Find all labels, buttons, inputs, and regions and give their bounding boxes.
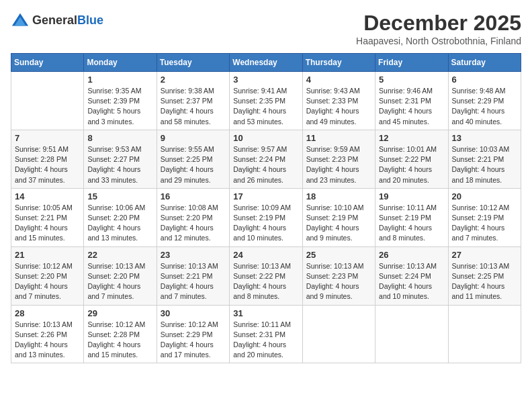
day-info: Sunrise: 10:09 AMSunset: 2:19 PMDaylight… <box>233 203 298 244</box>
calendar-week-row: 14Sunrise: 10:05 AMSunset: 2:21 PMDaylig… <box>11 188 521 246</box>
day-info: Sunrise: 10:13 AMSunset: 2:25 PMDaylight… <box>452 261 517 302</box>
calendar-cell: 5Sunrise: 9:46 AMSunset: 2:31 PMDaylight… <box>375 72 448 130</box>
calendar-cell: 24Sunrise: 10:13 AMSunset: 2:22 PMDaylig… <box>230 246 302 305</box>
day-number: 28 <box>15 308 80 318</box>
logo-text-blue: Blue <box>77 13 103 27</box>
calendar-cell: 30Sunrise: 10:12 AMSunset: 2:29 PMDaylig… <box>157 305 229 363</box>
calendar-cell: 15Sunrise: 10:06 AMSunset: 2:20 PMDaylig… <box>84 188 157 246</box>
calendar-cell <box>11 72 84 130</box>
day-of-week-header: Wednesday <box>230 54 302 72</box>
calendar-cell: 18Sunrise: 10:10 AMSunset: 2:19 PMDaylig… <box>302 188 375 246</box>
logo-icon <box>11 11 30 30</box>
calendar-cell: 2Sunrise: 9:38 AMSunset: 2:37 PMDaylight… <box>157 72 229 130</box>
day-info: Sunrise: 10:13 AMSunset: 2:24 PMDaylight… <box>379 261 444 302</box>
calendar-cell: 8Sunrise: 9:53 AMSunset: 2:27 PMDaylight… <box>84 130 157 188</box>
day-number: 31 <box>233 308 298 318</box>
day-info: Sunrise: 10:12 AMSunset: 2:19 PMDaylight… <box>452 203 517 244</box>
day-of-week-header: Monday <box>84 54 157 72</box>
calendar-week-row: 1Sunrise: 9:35 AMSunset: 2:39 PMDaylight… <box>11 72 521 130</box>
calendar-cell: 19Sunrise: 10:11 AMSunset: 2:19 PMDaylig… <box>375 188 448 246</box>
logo: GeneralBlue <box>11 11 103 30</box>
calendar-cell: 31Sunrise: 10:11 AMSunset: 2:31 PMDaylig… <box>230 305 302 363</box>
day-info: Sunrise: 9:59 AMSunset: 2:23 PMDaylight:… <box>306 144 371 185</box>
day-number: 23 <box>161 250 226 260</box>
calendar-cell: 11Sunrise: 9:59 AMSunset: 2:23 PMDayligh… <box>302 130 375 188</box>
day-number: 18 <box>306 191 371 201</box>
calendar-cell <box>448 305 521 363</box>
day-of-week-header: Sunday <box>11 54 84 72</box>
day-info: Sunrise: 10:10 AMSunset: 2:19 PMDaylight… <box>306 203 371 244</box>
day-info: Sunrise: 9:57 AMSunset: 2:24 PMDaylight:… <box>233 144 298 185</box>
calendar-cell: 3Sunrise: 9:41 AMSunset: 2:35 PMDaylight… <box>230 72 302 130</box>
calendar-cell: 21Sunrise: 10:12 AMSunset: 2:20 PMDaylig… <box>11 246 84 305</box>
day-info: Sunrise: 10:11 AMSunset: 2:19 PMDaylight… <box>379 203 444 244</box>
day-info: Sunrise: 10:13 AMSunset: 2:22 PMDaylight… <box>233 261 298 302</box>
calendar-cell <box>375 305 448 363</box>
day-of-week-header: Saturday <box>448 54 521 72</box>
day-info: Sunrise: 10:12 AMSunset: 2:20 PMDaylight… <box>15 261 80 302</box>
day-number: 21 <box>15 250 80 260</box>
day-info: Sunrise: 10:12 AMSunset: 2:29 PMDaylight… <box>161 320 226 361</box>
day-info: Sunrise: 10:13 AMSunset: 2:20 PMDaylight… <box>87 261 152 302</box>
day-number: 25 <box>306 250 371 260</box>
calendar-cell: 20Sunrise: 10:12 AMSunset: 2:19 PMDaylig… <box>448 188 521 246</box>
day-number: 7 <box>15 133 80 143</box>
calendar-week-row: 21Sunrise: 10:12 AMSunset: 2:20 PMDaylig… <box>11 246 521 305</box>
day-info: Sunrise: 9:35 AMSunset: 2:39 PMDaylight:… <box>87 86 152 127</box>
day-of-week-header: Thursday <box>302 54 375 72</box>
day-number: 6 <box>452 75 517 85</box>
calendar-cell: 17Sunrise: 10:09 AMSunset: 2:19 PMDaylig… <box>230 188 302 246</box>
calendar-cell <box>302 305 375 363</box>
day-number: 19 <box>379 191 444 201</box>
day-info: Sunrise: 10:13 AMSunset: 2:21 PMDaylight… <box>161 261 226 302</box>
calendar-body: 1Sunrise: 9:35 AMSunset: 2:39 PMDaylight… <box>11 72 521 363</box>
day-info: Sunrise: 9:38 AMSunset: 2:37 PMDaylight:… <box>161 86 226 127</box>
day-number: 20 <box>452 191 517 201</box>
calendar-cell: 6Sunrise: 9:48 AMSunset: 2:29 PMDaylight… <box>448 72 521 130</box>
calendar-cell: 9Sunrise: 9:55 AMSunset: 2:25 PMDaylight… <box>157 130 229 188</box>
day-info: Sunrise: 10:05 AMSunset: 2:21 PMDaylight… <box>15 203 80 244</box>
day-info: Sunrise: 10:11 AMSunset: 2:31 PMDaylight… <box>233 320 298 361</box>
calendar-cell: 27Sunrise: 10:13 AMSunset: 2:25 PMDaylig… <box>448 246 521 305</box>
day-number: 11 <box>306 133 371 143</box>
day-number: 12 <box>379 133 444 143</box>
month-year-title: December 2025 <box>356 11 521 36</box>
calendar-cell: 16Sunrise: 10:08 AMSunset: 2:20 PMDaylig… <box>157 188 229 246</box>
day-number: 5 <box>379 75 444 85</box>
day-of-week-header: Tuesday <box>157 54 229 72</box>
day-info: Sunrise: 9:51 AMSunset: 2:28 PMDaylight:… <box>15 144 80 185</box>
calendar-cell: 22Sunrise: 10:13 AMSunset: 2:20 PMDaylig… <box>84 246 157 305</box>
day-number: 8 <box>87 133 152 143</box>
day-info: Sunrise: 9:43 AMSunset: 2:33 PMDaylight:… <box>306 86 371 127</box>
day-number: 22 <box>87 250 152 260</box>
day-info: Sunrise: 10:03 AMSunset: 2:21 PMDaylight… <box>452 144 517 185</box>
day-info: Sunrise: 9:55 AMSunset: 2:25 PMDaylight:… <box>161 144 226 185</box>
day-info: Sunrise: 9:46 AMSunset: 2:31 PMDaylight:… <box>379 86 444 127</box>
calendar-header: SundayMondayTuesdayWednesdayThursdayFrid… <box>11 54 521 72</box>
calendar-cell: 29Sunrise: 10:12 AMSunset: 2:28 PMDaylig… <box>84 305 157 363</box>
calendar-table: SundayMondayTuesdayWednesdayThursdayFrid… <box>11 53 521 363</box>
calendar-week-row: 7Sunrise: 9:51 AMSunset: 2:28 PMDaylight… <box>11 130 521 188</box>
day-number: 24 <box>233 250 298 260</box>
calendar-cell: 4Sunrise: 9:43 AMSunset: 2:33 PMDaylight… <box>302 72 375 130</box>
day-of-week-header: Friday <box>375 54 448 72</box>
title-block: December 2025 Haapavesi, North Ostroboth… <box>356 11 521 46</box>
day-info: Sunrise: 10:06 AMSunset: 2:20 PMDaylight… <box>87 203 152 244</box>
calendar-cell: 10Sunrise: 9:57 AMSunset: 2:24 PMDayligh… <box>230 130 302 188</box>
day-number: 27 <box>452 250 517 260</box>
calendar-cell: 23Sunrise: 10:13 AMSunset: 2:21 PMDaylig… <box>157 246 229 305</box>
day-number: 30 <box>161 308 226 318</box>
calendar-cell: 1Sunrise: 9:35 AMSunset: 2:39 PMDaylight… <box>84 72 157 130</box>
day-number: 16 <box>161 191 226 201</box>
calendar-cell: 12Sunrise: 10:01 AMSunset: 2:22 PMDaylig… <box>375 130 448 188</box>
day-info: Sunrise: 10:13 AMSunset: 2:23 PMDaylight… <box>306 261 371 302</box>
calendar-cell: 7Sunrise: 9:51 AMSunset: 2:28 PMDaylight… <box>11 130 84 188</box>
day-number: 4 <box>306 75 371 85</box>
calendar-cell: 14Sunrise: 10:05 AMSunset: 2:21 PMDaylig… <box>11 188 84 246</box>
day-number: 13 <box>452 133 517 143</box>
day-info: Sunrise: 9:41 AMSunset: 2:35 PMDaylight:… <box>233 86 298 127</box>
calendar-week-row: 28Sunrise: 10:13 AMSunset: 2:26 PMDaylig… <box>11 305 521 363</box>
day-number: 26 <box>379 250 444 260</box>
day-number: 29 <box>87 308 152 318</box>
day-info: Sunrise: 10:08 AMSunset: 2:20 PMDaylight… <box>161 203 226 244</box>
